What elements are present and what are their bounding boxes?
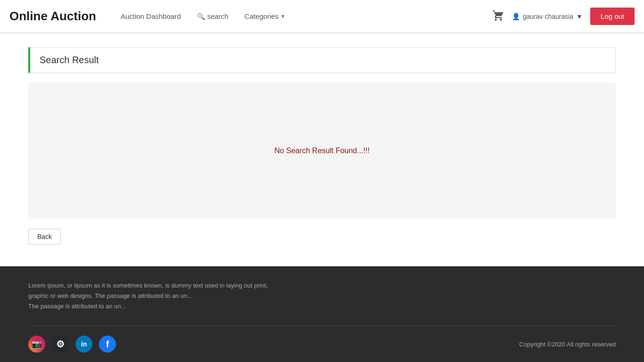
footer: Lorem ipsum, or lipsum as it is sometime… [0,266,644,362]
main-content: Search Result No Search Result Found...!… [0,33,644,266]
navbar-right: 👤 gaurav chaurasia ▼ Log out [492,8,635,25]
facebook-icon[interactable]: f [99,336,116,353]
chevron-down-icon: ▼ [281,14,285,19]
logout-button[interactable]: Log out [590,8,635,25]
user-dropdown[interactable]: 👤 gaurav chaurasia ▼ [512,13,583,20]
nav-item-search: 🔍 search [191,8,234,24]
social-icons: 📷 ⚙ in f [28,336,116,353]
user-name: gaurav chaurasia [523,13,573,20]
search-result-heading: Search Result [40,55,99,65]
auction-dashboard-link[interactable]: Auction Dashboard [115,8,187,24]
footer-description: Lorem ipsum, or lipsum as it is sometime… [28,280,292,312]
categories-label: Categories [245,12,279,20]
footer-bottom: 📷 ⚙ in f Copyright ©2020 All rights rese… [28,336,616,353]
back-button[interactable]: Back [28,229,61,245]
cart-button[interactable] [492,9,504,24]
cart-icon [492,9,504,22]
footer-divider [28,326,616,326]
copyright-text: Copyright ©2020 All rights reserved [519,341,616,348]
nav-item-auction-dashboard: Auction Dashboard [115,8,187,24]
site-brand[interactable]: Online Auction [9,9,96,24]
linkedin-icon[interactable]: in [75,336,92,353]
search-icon: 🔍 [197,13,205,20]
navbar: Online Auction Auction Dashboard 🔍 searc… [0,0,644,33]
footer-text-line1: Lorem ipsum, or lipsum as it is sometime… [28,282,268,289]
instagram-icon[interactable]: 📷 [28,336,45,353]
categories-dropdown[interactable]: Categories ▼ [239,8,291,24]
search-link-label: search [207,12,229,20]
footer-text-line3: The passage is attributed to an un... [28,303,126,310]
no-result-message: No Search Result Found...!!! [274,147,370,155]
user-icon: 👤 [512,13,520,20]
github-icon[interactable]: ⚙ [52,336,69,353]
nav-item-categories: Categories ▼ [239,8,291,24]
search-link[interactable]: 🔍 search [191,8,234,24]
result-container: No Search Result Found...!!! [28,82,616,219]
search-result-header: Search Result [28,47,616,73]
user-chevron-icon: ▼ [576,13,583,20]
footer-text-line2: graphic or web designs. The passage is a… [28,292,192,299]
nav-links: Auction Dashboard 🔍 search Categories ▼ [115,8,492,24]
